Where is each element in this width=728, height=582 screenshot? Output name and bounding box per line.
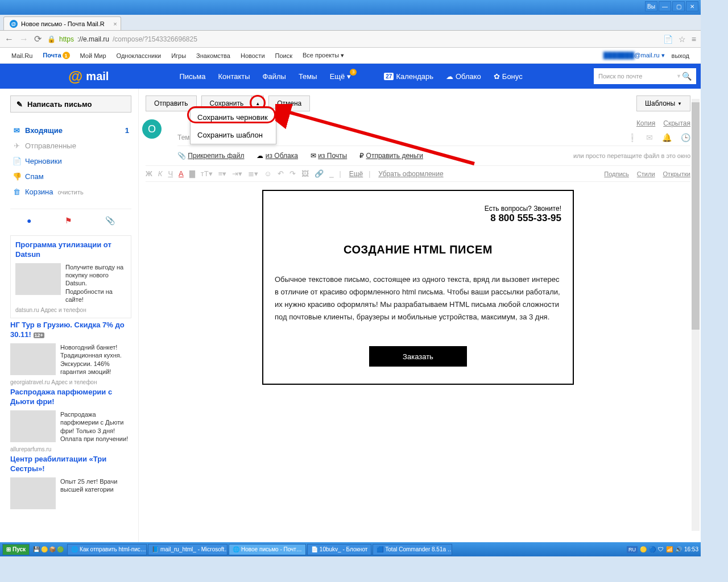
reload-button[interactable]: ⟳	[34, 34, 42, 44]
save-template-item[interactable]: Сохранить шаблон	[191, 126, 276, 144]
italic-icon[interactable]: К	[158, 169, 163, 178]
hr-icon[interactable]: ⎯	[329, 169, 334, 178]
forward-button[interactable]: →	[19, 34, 28, 44]
topnav-mailru[interactable]: Mail.Ru	[11, 52, 32, 59]
folder-inbox[interactable]: ✉ Входящие 1	[10, 123, 131, 138]
tab-close-icon[interactable]: ×	[113, 20, 117, 27]
redo-icon[interactable]: ↷	[289, 169, 296, 178]
menu-icon[interactable]: ≡	[692, 35, 696, 44]
nav-calendar[interactable]: 27 Календарь	[384, 72, 433, 81]
list-icon[interactable]: ≣▾	[248, 169, 258, 178]
folder-drafts[interactable]: 📄 Черновики	[10, 153, 131, 169]
task-item[interactable]: 📘 mail_ru_html_ - Microsoft…	[148, 544, 228, 555]
editor-clear[interactable]: Убрать оформление	[378, 170, 443, 178]
link-icon[interactable]: 🔗	[315, 169, 324, 178]
emoji-icon[interactable]: ☺	[264, 169, 271, 178]
ql-icon[interactable]: 🟢	[57, 546, 64, 552]
maximize-button[interactable]: ▢	[672, 1, 685, 11]
logo[interactable]: @mail	[68, 68, 109, 85]
signature-link[interactable]: Подпись	[604, 171, 629, 177]
templates-button[interactable]: Шаблоны ▼	[636, 95, 690, 111]
scrollbar[interactable]	[692, 99, 700, 531]
browser-tab[interactable]: @ Новое письмо - Почта Mail.R ×	[3, 16, 121, 30]
scroll-thumb[interactable]	[692, 102, 700, 330]
email-preview[interactable]: Есть вопросы? Звоните! 8 800 555-33-95 С…	[262, 190, 574, 385]
editor-more[interactable]: Ещё	[349, 170, 363, 178]
tray-icon[interactable]: 🔵	[649, 546, 656, 552]
language-indicator[interactable]: RU	[627, 546, 638, 553]
ql-icon[interactable]: 📦	[49, 546, 56, 552]
fontsize-icon[interactable]: тТ▾	[201, 169, 213, 178]
topnav-all[interactable]: Все проекты ▾	[303, 52, 344, 59]
folder-trash[interactable]: 🗑 Корзина очистить	[10, 184, 131, 199]
tray-icon[interactable]: 📶	[666, 546, 673, 552]
topnav-search[interactable]: Поиск	[275, 52, 292, 59]
topnav-games[interactable]: Игры	[171, 52, 186, 59]
search-icon[interactable]: 🔍	[682, 72, 692, 81]
ad-block-3[interactable]: Распродажа парфюмерии с Дьюти фри! Распр…	[10, 388, 131, 452]
task-item[interactable]: 📄 10bukv_ - Блокнот	[307, 544, 371, 555]
undo-icon[interactable]: ↶	[278, 169, 284, 178]
topnav-moimir[interactable]: Мой Мир	[80, 52, 106, 59]
nav-contacts[interactable]: Контакты	[218, 72, 250, 81]
cards-link[interactable]: Открытки	[663, 171, 690, 177]
important-icon[interactable]: ❕	[627, 133, 637, 142]
send-button[interactable]: Отправить	[146, 95, 197, 111]
send-money-link[interactable]: ₽ Отправить деньги	[359, 152, 423, 160]
image-icon[interactable]: 🖼	[301, 169, 309, 178]
search-input[interactable]: Поиск по почте ▼ 🔍	[594, 68, 696, 84]
compose-button[interactable]: ✎ Написать письмо	[10, 95, 131, 113]
bgcolor-icon[interactable]: ▇	[189, 169, 195, 178]
clear-trash-link[interactable]: очистить	[58, 189, 84, 196]
schedule-icon[interactable]: 🕒	[681, 133, 690, 142]
folder-sent[interactable]: ✈ Отправленные	[10, 138, 131, 153]
task-item-active[interactable]: 🌐 Новое письмо - Почт…	[229, 544, 306, 555]
indent-icon[interactable]: ⇥▾	[232, 169, 242, 178]
hidden-link[interactable]: Скрытая	[663, 119, 690, 127]
address-bar[interactable]: 🔒 https://e.mail.ru/compose/?15433266968…	[47, 35, 657, 43]
underline-icon[interactable]: Ч	[168, 169, 173, 178]
task-item[interactable]: 🟦 Total Commander 8.51a …	[373, 544, 452, 555]
ad-block-4[interactable]: Центр реабилитации «Три Сестры»! Опыт 25…	[10, 455, 131, 509]
topnav-ok[interactable]: Одноклассники	[117, 52, 162, 59]
topnav-news[interactable]: Новости	[241, 52, 265, 59]
ql-icon[interactable]: 🟡	[41, 546, 48, 552]
receipt-icon[interactable]: ✉	[646, 133, 653, 142]
task-item[interactable]: 🌐 Как отправить html-пис…	[67, 544, 147, 555]
tray-icon[interactable]: 🛡	[658, 546, 664, 552]
logout-link[interactable]: выход	[672, 52, 689, 59]
nav-letters[interactable]: Письма	[179, 72, 205, 81]
win-vy-button[interactable]: Вы	[645, 1, 657, 11]
notify-icon[interactable]: 🔔	[662, 133, 672, 142]
user-email[interactable]: ███████@mail.ru ▾	[603, 52, 665, 59]
styles-link[interactable]: Стили	[637, 171, 655, 177]
ad-block-2[interactable]: НГ Тур в Грузию. Скидка 7% до 30.11! 12+…	[10, 321, 131, 385]
attach-mail-link[interactable]: ✉ из Почты	[311, 152, 347, 160]
star-icon[interactable]: ☆	[679, 35, 686, 44]
ad-block-1[interactable]: Программа утилизации от Datsun Получите …	[10, 235, 131, 318]
folder-spam[interactable]: 👎 Спам	[10, 169, 131, 184]
topnav-dating[interactable]: Знакомства	[196, 52, 230, 59]
back-button[interactable]: ←	[5, 34, 14, 44]
bold-icon[interactable]: Ж	[146, 169, 152, 178]
nav-themes[interactable]: Темы	[299, 72, 317, 81]
ql-icon[interactable]: 💾	[33, 546, 40, 552]
minimize-button[interactable]: —	[659, 1, 671, 11]
chevron-down-icon[interactable]: ▼	[676, 73, 681, 79]
attach-icon[interactable]: 📎	[105, 216, 115, 225]
copy-link[interactable]: Копия	[636, 119, 655, 127]
flag-icon[interactable]: ⚑	[65, 216, 72, 225]
color-icon[interactable]: А	[179, 169, 184, 178]
align-icon[interactable]: ≡▾	[218, 169, 227, 178]
nav-cloud[interactable]: ☁ Облако	[446, 72, 481, 81]
close-window-button[interactable]: ✕	[686, 1, 698, 11]
nav-bonus[interactable]: ✿ Бонус	[494, 72, 523, 81]
bookmark-icon[interactable]: 📄	[663, 35, 673, 44]
start-button[interactable]: ⊞ Пуск	[2, 544, 30, 555]
dot-blue-icon[interactable]: ●	[27, 216, 31, 225]
attach-file-link[interactable]: 📎 Прикрепить файл	[177, 152, 244, 160]
tray-icon[interactable]: 🟡	[640, 546, 647, 552]
nav-more[interactable]: Ещё ▾3	[330, 72, 351, 81]
tray-icon[interactable]: 🔊	[675, 546, 682, 552]
order-button[interactable]: Заказать	[369, 346, 467, 367]
